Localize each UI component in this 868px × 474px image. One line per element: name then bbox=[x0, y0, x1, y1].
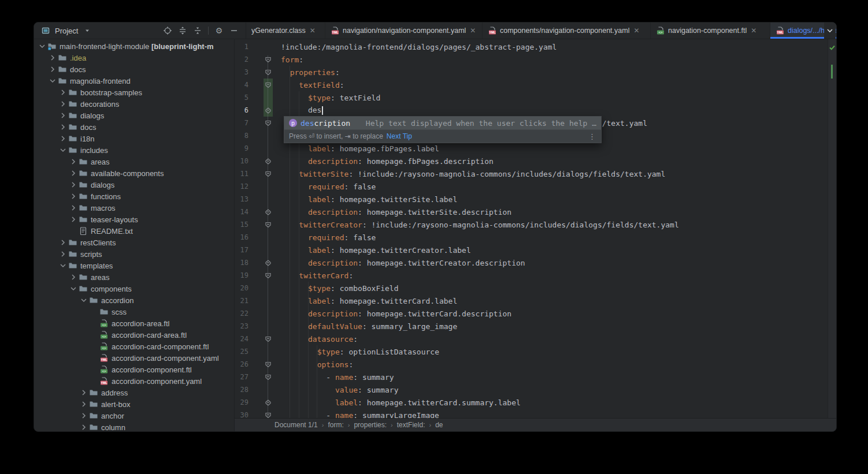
code-line-16[interactable]: 16 required: false bbox=[235, 231, 828, 244]
editor-tab-2[interactable]: YMLcomponents/navigation-component.yaml✕ bbox=[483, 23, 651, 39]
chevron-down-icon[interactable] bbox=[79, 296, 88, 305]
code-line-10[interactable]: 10 description: homepage.fbPages.descrip… bbox=[235, 155, 828, 167]
chevron-right-icon[interactable] bbox=[58, 111, 68, 120]
line-number[interactable]: 21 bbox=[235, 297, 248, 305]
gutter-lock-marker-icon[interactable] bbox=[264, 398, 273, 409]
next-tip-link[interactable]: Next Tip bbox=[387, 132, 412, 140]
tree-item-docs[interactable]: docs bbox=[34, 64, 234, 75]
code-line-17[interactable]: 17 label: homepage.twitterCreator.label bbox=[235, 244, 828, 256]
gutter-tag-marker-icon[interactable] bbox=[264, 410, 273, 419]
line-number[interactable]: 4 bbox=[235, 81, 248, 89]
line-number[interactable]: 7 bbox=[235, 119, 248, 127]
chevron-down-icon[interactable] bbox=[58, 145, 68, 155]
chevron-down-icon[interactable] bbox=[58, 261, 68, 270]
code-line-3[interactable]: 3 properties: bbox=[235, 66, 828, 79]
tree-item-bootstrap-samples[interactable]: bootstrap-samples bbox=[34, 87, 234, 98]
line-number[interactable]: 27 bbox=[235, 373, 248, 381]
chevron-down-icon[interactable] bbox=[38, 42, 47, 51]
code-line-29[interactable]: 29 label: homepage.twitterCard.summary.l… bbox=[235, 396, 828, 409]
hide-panel-icon[interactable] bbox=[228, 25, 240, 36]
chevron-right-icon[interactable] bbox=[69, 203, 78, 212]
line-number[interactable]: 11 bbox=[235, 170, 248, 178]
settings-gear-icon[interactable]: ⚙ bbox=[213, 25, 225, 36]
gutter-tag-marker-icon[interactable] bbox=[264, 360, 273, 371]
code-line-14[interactable]: 14 description: homepage.twitterSite.des… bbox=[235, 206, 828, 218]
line-number[interactable]: 10 bbox=[235, 157, 248, 165]
chevron-right-icon[interactable] bbox=[69, 215, 78, 224]
code-line-18[interactable]: 18 description: homepage.twitterCreator.… bbox=[235, 256, 828, 269]
line-number[interactable]: 24 bbox=[235, 335, 248, 343]
gutter-tag-marker-icon[interactable] bbox=[264, 334, 273, 345]
tree-item-areas[interactable]: areas bbox=[34, 156, 234, 167]
code-line-5[interactable]: 5 $type: textField bbox=[235, 91, 828, 104]
tree-item-README.txt[interactable]: README.txt bbox=[34, 225, 234, 237]
tree-item-magnolia-frontend[interactable]: magnolia-frontend bbox=[34, 75, 234, 87]
gutter-lock-marker-icon[interactable] bbox=[264, 207, 273, 218]
tree-item-main-frontend-light-module[interactable]: main-frontend-light-module [blueprint-li… bbox=[34, 40, 234, 52]
inspections-ok-icon[interactable] bbox=[829, 43, 836, 53]
tree-item-scripts[interactable]: scripts bbox=[34, 248, 234, 260]
line-number[interactable]: 23 bbox=[235, 322, 248, 330]
line-number[interactable]: 16 bbox=[235, 233, 248, 241]
line-number[interactable]: 5 bbox=[235, 94, 248, 102]
gutter-tag-marker-icon[interactable] bbox=[264, 220, 273, 231]
tree-item-scss[interactable]: scss bbox=[34, 306, 234, 318]
chevron-right-icon[interactable] bbox=[69, 192, 78, 201]
line-number[interactable]: 9 bbox=[235, 144, 248, 152]
line-number[interactable]: 28 bbox=[235, 386, 248, 394]
breadcrumb-item[interactable]: Document 1/1 bbox=[275, 421, 318, 429]
tree-item-includes[interactable]: includes bbox=[34, 144, 234, 156]
tree-item-i18n[interactable]: i18n bbox=[34, 133, 234, 144]
code-line-6[interactable]: 6 des bbox=[235, 104, 828, 117]
gutter-tag-marker-icon[interactable] bbox=[264, 80, 273, 91]
chevron-right-icon[interactable] bbox=[58, 249, 68, 259]
code-area[interactable]: 1!include:/magnolia-frontend/dialogs/pag… bbox=[235, 40, 828, 419]
code-line-30[interactable]: 30 - name: summaryLargeImage bbox=[235, 409, 828, 419]
tree-item-macros[interactable]: macros bbox=[34, 202, 234, 214]
line-number[interactable]: 2 bbox=[235, 55, 248, 64]
tree-item-docs[interactable]: docs bbox=[34, 121, 234, 133]
tree-item-accordion-card-component.ftl[interactable]: <>accordion-card-component.ftl bbox=[34, 341, 234, 352]
chevron-right-icon[interactable] bbox=[79, 388, 88, 397]
locate-file-icon[interactable] bbox=[162, 25, 173, 36]
code-line-20[interactable]: 20 $type: comboBoxField bbox=[235, 282, 828, 294]
project-panel-title[interactable]: Project bbox=[55, 27, 78, 35]
breadcrumb-item[interactable]: textField: bbox=[397, 421, 425, 429]
chevron-right-icon[interactable] bbox=[69, 157, 78, 166]
tree-item-.idea[interactable]: .idea bbox=[34, 52, 234, 64]
tree-item-teaser-layouts[interactable]: teaser-layouts bbox=[34, 214, 234, 225]
chevron-down-icon[interactable] bbox=[69, 284, 78, 293]
code-line-19[interactable]: 19 twitterCard: bbox=[235, 269, 828, 282]
tree-item-restClients[interactable]: restClients bbox=[34, 237, 234, 248]
gutter-tag-marker-icon[interactable] bbox=[264, 372, 273, 383]
line-number[interactable]: 26 bbox=[235, 360, 248, 368]
tree-item-accordion-area.ftl[interactable]: <>accordion-area.ftl bbox=[34, 318, 234, 329]
code-line-4[interactable]: 4 textField: bbox=[235, 79, 828, 91]
chevron-right-icon[interactable] bbox=[58, 122, 68, 132]
tree-item-column[interactable]: column bbox=[34, 421, 234, 431]
tree-item-available-components[interactable]: available-components bbox=[34, 167, 234, 179]
line-number[interactable]: 13 bbox=[235, 195, 248, 203]
tree-item-dialogs[interactable]: dialogs bbox=[34, 110, 234, 121]
code-line-11[interactable]: 11 twitterSite: !include:/raysono-magnol… bbox=[235, 167, 828, 180]
line-number[interactable]: 6 bbox=[235, 106, 248, 114]
line-number[interactable]: 12 bbox=[235, 182, 248, 191]
code-line-15[interactable]: 15 twitterCreator: !include:/raysono-mag… bbox=[235, 218, 828, 231]
code-line-12[interactable]: 12 required: false bbox=[235, 180, 828, 193]
editor-pane[interactable]: 1!include:/magnolia-frontend/dialogs/pag… bbox=[235, 39, 836, 431]
tree-item-anchor[interactable]: anchor bbox=[34, 410, 234, 421]
editor-tab-0[interactable]: yGenerator.class✕ bbox=[246, 23, 325, 39]
breadcrumb-item[interactable]: form: bbox=[328, 421, 343, 429]
line-number[interactable]: 1 bbox=[235, 43, 248, 51]
tree-item-components[interactable]: components bbox=[34, 283, 234, 294]
gutter-tag-marker-icon[interactable] bbox=[264, 169, 273, 180]
line-number[interactable]: 14 bbox=[235, 208, 248, 216]
hidden-tabs-chevron-icon[interactable] bbox=[824, 23, 836, 39]
line-number[interactable]: 15 bbox=[235, 221, 248, 229]
collapse-all-icon[interactable] bbox=[192, 25, 203, 36]
chevron-right-icon[interactable] bbox=[79, 423, 88, 431]
tree-item-accordion-card-component.yaml[interactable]: YMLaccordion-card-component.yaml bbox=[34, 352, 234, 364]
project-view-dropdown-icon[interactable] bbox=[81, 25, 93, 36]
code-line-22[interactable]: 22 description: homepage.twitterCard.des… bbox=[235, 307, 828, 320]
code-line-27[interactable]: 27 - name: summary bbox=[235, 371, 828, 383]
